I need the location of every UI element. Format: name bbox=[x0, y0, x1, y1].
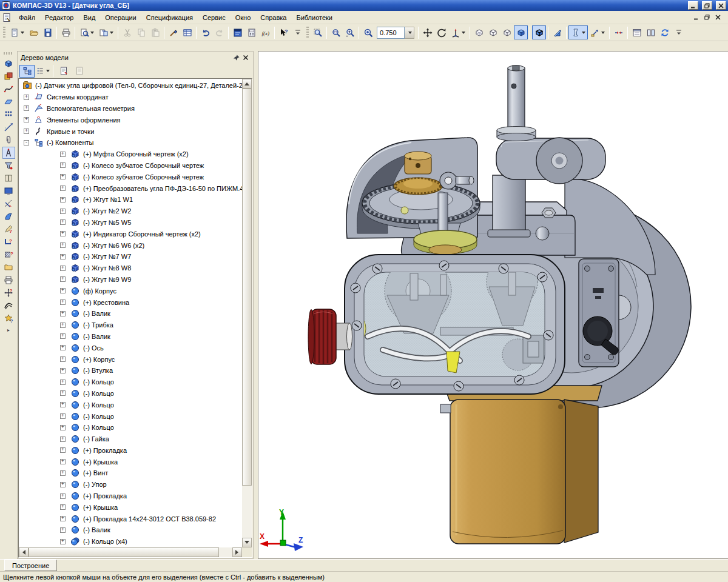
dropdown-arrow-icon[interactable] bbox=[582, 32, 585, 34]
zoom-in-out-button[interactable] bbox=[343, 25, 357, 39]
tree-expand-toggle[interactable]: + bbox=[60, 209, 66, 214]
tree-expand-toggle[interactable]: + bbox=[60, 447, 66, 453]
rotate-view-button[interactable] bbox=[434, 25, 448, 39]
tree-item[interactable]: +(-) Трибка bbox=[20, 319, 242, 331]
context-help-button[interactable]: ? bbox=[277, 25, 291, 39]
tree-horizontal-scrollbar[interactable] bbox=[19, 547, 242, 557]
specification-window-button[interactable] bbox=[630, 25, 644, 39]
collision-check-button[interactable] bbox=[612, 25, 625, 39]
menu-Библиотеки[interactable]: Библиотеки bbox=[291, 12, 337, 23]
dimensions-check-button[interactable] bbox=[2, 198, 15, 210]
tree-expand-toggle[interactable]: + bbox=[60, 152, 66, 157]
tree-expand-toggle[interactable]: + bbox=[60, 436, 66, 442]
auxiliary-geometry-button[interactable] bbox=[2, 121, 15, 133]
menu-Спецификация[interactable]: Спецификация bbox=[141, 12, 198, 23]
file-toolbar-overflow-icon[interactable] bbox=[291, 25, 305, 39]
component-info-button[interactable] bbox=[56, 65, 71, 78]
document-icon[interactable] bbox=[2, 13, 12, 22]
leftbar-grip-handle[interactable] bbox=[4, 52, 13, 55]
tree-item[interactable]: +(-) Жгут №7 W7 bbox=[20, 251, 242, 263]
surfaces-button[interactable] bbox=[2, 96, 15, 108]
toolbar-grip-handle[interactable] bbox=[306, 27, 309, 39]
horizontal-scroll-thumb[interactable] bbox=[29, 547, 219, 557]
tree-expand-toggle[interactable]: + bbox=[60, 242, 66, 248]
toolbar-grip-handle[interactable] bbox=[3, 27, 5, 39]
orientation-button[interactable] bbox=[448, 25, 468, 39]
documents-folder-button[interactable] bbox=[2, 261, 15, 273]
tree-item[interactable]: (-) Датчик угла цифровой (Тел-0, Сборочн… bbox=[20, 80, 242, 92]
expressions-button[interactable]: f(x) bbox=[258, 25, 272, 39]
menu-Окно[interactable]: Окно bbox=[231, 12, 256, 23]
save-document-button[interactable] bbox=[41, 25, 55, 39]
tree-expand-toggle[interactable]: + bbox=[60, 380, 66, 385]
tree-item[interactable]: +(-) Жгут №8 W8 bbox=[20, 263, 242, 274]
tree-item[interactable]: +(-) Колесо зубчатое Сборочный чертеж bbox=[20, 160, 242, 172]
tree-item[interactable]: +(-) Кольцо bbox=[20, 410, 242, 422]
zoom-scale-combo[interactable]: 0.750 bbox=[377, 27, 414, 39]
new-object-query-button[interactable]: ? bbox=[2, 312, 15, 324]
dropdown-arrow-icon[interactable] bbox=[90, 32, 94, 34]
tree-expand-toggle[interactable]: + bbox=[60, 493, 66, 499]
undo-button[interactable] bbox=[198, 25, 212, 39]
scroll-right-icon[interactable] bbox=[232, 547, 242, 557]
sheet-metal-button[interactable] bbox=[2, 210, 15, 222]
tree-item[interactable]: +(+) Преобразователь угла ПФ-ДЭ-16-50 по… bbox=[20, 182, 242, 194]
arrays-button[interactable] bbox=[2, 109, 15, 121]
menu-Сервис[interactable]: Сервис bbox=[198, 12, 231, 23]
window-close-button[interactable] bbox=[716, 1, 726, 10]
tree-item[interactable]: +(ф) Корпус bbox=[20, 285, 242, 296]
new-document-button[interactable] bbox=[7, 25, 27, 39]
tree-item[interactable]: +Вспомогательная геометрия bbox=[20, 103, 242, 115]
tree-expand-toggle[interactable]: + bbox=[60, 504, 66, 510]
layout-columns-button[interactable] bbox=[644, 25, 658, 39]
tree-expand-toggle[interactable]: + bbox=[60, 333, 66, 339]
sketch-query-button[interactable]: ? bbox=[2, 223, 15, 235]
window-restore-button[interactable] bbox=[702, 1, 712, 10]
open-document-button[interactable] bbox=[27, 25, 41, 39]
dropdown-arrow-icon[interactable] bbox=[601, 32, 605, 34]
window-minimize-button[interactable] bbox=[688, 1, 698, 10]
display-shaded-edges-button[interactable] bbox=[532, 25, 546, 39]
dropdown-arrow-icon[interactable] bbox=[462, 32, 465, 34]
tree-item[interactable]: +(+) Прокладка 14x24-3012 ОСТ В38.059-82 bbox=[20, 513, 242, 524]
print-preview-button[interactable] bbox=[77, 25, 96, 39]
tree-expand-toggle[interactable]: + bbox=[60, 402, 66, 407]
mdi-close-button[interactable] bbox=[713, 13, 723, 21]
quick-display-button[interactable] bbox=[588, 25, 607, 39]
menu-Справка[interactable]: Справка bbox=[255, 12, 291, 23]
object-search-button[interactable] bbox=[72, 65, 87, 78]
print-document-button[interactable] bbox=[2, 274, 15, 286]
tree-item[interactable]: +(-) Жгут №2 W2 bbox=[20, 206, 242, 217]
attachments-button[interactable] bbox=[2, 134, 15, 146]
tree-vertical-scrollbar[interactable] bbox=[242, 79, 252, 547]
tree-item[interactable]: +(+) Прокладка bbox=[20, 445, 242, 457]
tree-item[interactable]: +(-) Упор bbox=[20, 479, 242, 490]
tree-expand-toggle[interactable]: + bbox=[60, 299, 66, 305]
copy-properties-button[interactable] bbox=[166, 25, 180, 39]
model-motor[interactable] bbox=[440, 386, 602, 544]
tree-item[interactable]: +(+) Жгут №1 W1 bbox=[20, 194, 242, 206]
pin-icon[interactable] bbox=[232, 53, 241, 62]
tree-expand-toggle[interactable]: + bbox=[60, 368, 66, 373]
tree-expand-toggle[interactable]: + bbox=[60, 516, 66, 521]
tree-expand-toggle[interactable]: + bbox=[60, 323, 66, 328]
tree-expand-toggle[interactable]: + bbox=[60, 219, 66, 225]
cut-button[interactable] bbox=[120, 25, 134, 39]
tree-expand-toggle[interactable]: + bbox=[60, 186, 66, 191]
tree-composition-view-button[interactable] bbox=[35, 65, 50, 78]
tree-expand-toggle[interactable]: + bbox=[60, 162, 66, 168]
vertical-scroll-thumb[interactable] bbox=[242, 89, 252, 486]
tree-item[interactable]: +(+) Корпус bbox=[20, 353, 242, 365]
3d-model-angle-sensor[interactable]: Y X Z bbox=[258, 52, 728, 560]
tree-item[interactable]: +(-) Ось bbox=[20, 342, 242, 353]
tree-expand-toggle[interactable]: + bbox=[60, 174, 66, 179]
contour-query-button[interactable]: ? bbox=[2, 236, 15, 248]
tree-item[interactable]: -(-) Компоненты bbox=[20, 137, 242, 149]
tree-expand-toggle[interactable]: - bbox=[24, 140, 29, 146]
display-no-hidden-button[interactable] bbox=[486, 25, 500, 39]
tree-expand-toggle[interactable]: + bbox=[60, 470, 66, 476]
paste-button[interactable] bbox=[148, 25, 162, 39]
tree-expand-toggle[interactable]: + bbox=[60, 231, 66, 236]
tree-item[interactable]: +(+) Индикатор Сборочный чертеж (x2) bbox=[20, 228, 242, 239]
tree-expand-toggle[interactable]: + bbox=[60, 254, 66, 259]
